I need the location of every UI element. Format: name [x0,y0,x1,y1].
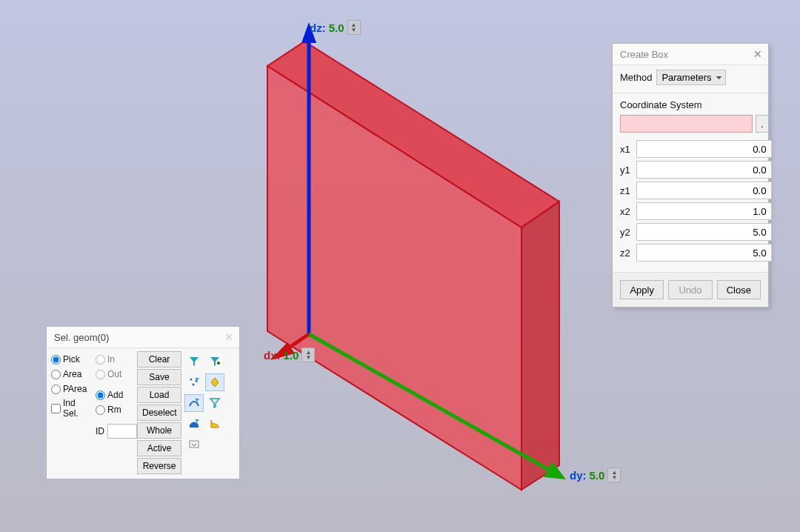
close-button[interactable]: Close [717,280,761,299]
coord-sys-pick-button[interactable]: . [756,115,769,133]
filter-diamond-icon[interactable] [205,373,224,391]
reverse-button[interactable]: Reverse [137,458,181,474]
filter-scatter-icon[interactable] [184,373,204,391]
method-label: Method [620,72,652,83]
load-button[interactable]: Load [137,387,181,403]
filter-curve-icon[interactable] [184,394,204,412]
z2-label: z2 [620,247,630,259]
axis-dy-value: 5.0 [590,469,605,482]
y1-input[interactable] [636,161,772,179]
in-radio[interactable] [96,355,105,365]
close-icon[interactable]: ✕ [224,331,233,343]
create-box-title: Create Box [620,49,668,60]
selection-title: Sel. geom(0) [54,332,109,343]
viewport-3d[interactable]: dz: 5.0 ▲▼ dy: 5.0 ▲▼ dx: 1.0 ▲▼ Create … [0,0,800,532]
create-box-titlebar[interactable]: Create Box ✕ [613,44,768,65]
out-radio[interactable] [96,370,105,379]
z1-label: z1 [620,185,630,196]
axis-dy-spinner[interactable]: ▲▼ [607,468,621,482]
clear-button[interactable]: Clear [137,351,181,368]
undo-button[interactable]: Undo [668,280,712,299]
dropdown-icon[interactable] [184,436,204,453]
area-radio[interactable] [51,370,61,379]
create-box-panel: Create Box ✕ Method Parameters Coordinat… [612,43,769,307]
x2-input[interactable] [636,202,772,220]
axis-dz-value: 5.0 [329,21,344,34]
axis-dx-name: dx [264,349,277,362]
selection-titlebar[interactable]: Sel. geom(0) ✕ [47,327,239,348]
y1-label: y1 [620,164,630,176]
filter-icon[interactable] [205,394,224,412]
axis-dx-value: 1.0 [284,349,299,362]
axis-label-dx: dx: 1.0 ▲▼ [264,348,315,362]
x1-label: x1 [620,144,630,155]
x2-label: x2 [620,206,630,217]
active-button[interactable]: Active [137,440,181,456]
z2-input[interactable] [636,244,772,262]
pick-radio[interactable] [51,355,61,365]
coord-sys-label: Coordinate System [620,99,761,110]
save-button[interactable]: Save [137,369,181,385]
axis-dz-spinner[interactable]: ▲▼ [347,20,361,35]
coord-sys-input[interactable] [620,115,753,133]
filter-add-icon[interactable] [205,353,224,370]
filter-shape-icon[interactable] [205,415,224,433]
selection-panel: Sel. geom(0) ✕ Pick Area PArea Ind Sel. … [46,326,240,479]
axis-dy-name: dy [570,469,583,482]
axis-label-dy: dy: 5.0 ▲▼ [570,468,621,482]
z1-input[interactable] [636,182,772,199]
apply-button[interactable]: Apply [620,280,664,299]
parea-radio[interactable] [51,385,61,394]
svg-point-9 [193,384,195,386]
svg-point-7 [190,379,193,381]
method-select[interactable]: Parameters [656,70,726,85]
x1-input[interactable] [636,140,772,158]
close-icon[interactable]: ✕ [753,48,762,60]
add-radio[interactable] [96,390,105,400]
rm-radio[interactable] [96,405,105,415]
whole-button[interactable]: Whole [137,422,181,439]
deselect-button[interactable]: Deselect [137,405,181,421]
y2-label: y2 [620,227,630,238]
axis-dz-name: dz [310,21,322,34]
filter-point-icon[interactable] [184,353,204,370]
axis-label-dz: dz: 5.0 ▲▼ [310,20,361,35]
y2-input[interactable] [636,223,772,241]
ind-sel-check[interactable] [51,404,61,413]
id-input[interactable] [107,424,137,439]
axis-dx-spinner[interactable]: ▲▼ [301,348,315,362]
filter-surface-icon[interactable] [184,415,204,433]
